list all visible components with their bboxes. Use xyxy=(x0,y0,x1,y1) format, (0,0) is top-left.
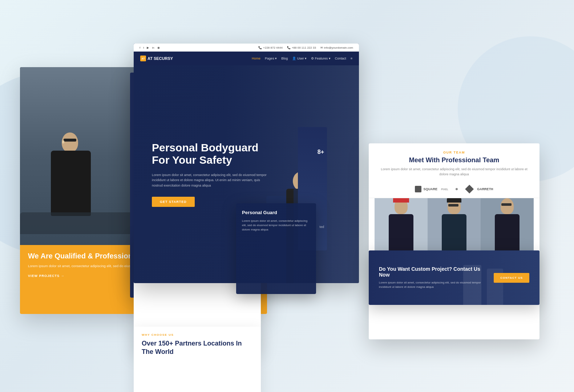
logo-garreth-text: GARRETH xyxy=(477,187,493,191)
male-sunglasses xyxy=(64,139,76,142)
logo-garreth: GARRETH xyxy=(465,185,493,193)
male-earpiece xyxy=(62,140,64,143)
logo-square-pixel-text: SQUARE xyxy=(423,187,437,191)
social-fb: f xyxy=(140,46,140,49)
top-info-bar: f t ▶ in ◉ 📞 +228 872 4444 📞 +88 00 111 … xyxy=(134,44,359,52)
hero-text-content: Personal Bodyguard For Your Safety Lorem… xyxy=(152,142,268,207)
phone-1-number: +228 872 4444 xyxy=(263,46,283,49)
phone2-icon: 📞 xyxy=(287,46,291,49)
contact-cta-desc: Lorem ipsum dolor sit amet, consectetur … xyxy=(379,281,486,289)
partial-number: 8+ xyxy=(318,149,324,155)
social-icons: f t ▶ in ◉ xyxy=(140,46,160,49)
contact-info: 📞 +228 872 4444 📞 +88 00 111 222 33 ✉ in… xyxy=(258,46,353,49)
contact-cta-title: Do You Want Custom Project? Contact Us N… xyxy=(379,266,486,278)
guard-2-cap xyxy=(447,198,461,203)
nav-features[interactable]: ⚙ Features ▾ xyxy=(311,57,331,60)
nav-links: Home Pages ▾ Blog 👤 User ▾ ⚙ Features ▾ … xyxy=(252,57,352,60)
hero-desc: Lorem ipsum dolor sit amet, consectetur … xyxy=(152,172,268,188)
nav-menu[interactable]: ≡ xyxy=(351,57,352,60)
guard-3-sunglasses xyxy=(501,203,512,206)
nav-pages[interactable]: Pages ▾ xyxy=(265,57,277,60)
logo-badge: AT xyxy=(140,56,146,61)
contact-us-button[interactable]: CONTACT US xyxy=(494,273,529,283)
why2-section-label: WHY CHOOSE US xyxy=(142,333,253,336)
social-tw: t xyxy=(143,46,144,49)
hero-title: Personal Bodyguard For Your Safety xyxy=(152,142,268,167)
social-yt: ▶ xyxy=(147,46,149,49)
logo-square-pixel: SQUARE PIXEL xyxy=(415,186,448,192)
garreth-icon xyxy=(465,185,474,193)
guard-1-head xyxy=(395,198,408,214)
team-title: Meet With Professional Team xyxy=(377,156,531,164)
view-projects-link[interactable]: VIEW PROJECTS xyxy=(28,274,65,278)
team-section-label: OUR TEAM xyxy=(377,151,531,154)
contact-text: Do You Want Custom Project? Contact Us N… xyxy=(379,266,486,289)
square-pixel-icon xyxy=(415,186,421,192)
guard-2-sunglasses xyxy=(448,204,458,207)
partner-logos: SQUARE PIXEL GARRETH xyxy=(369,182,539,198)
email-address: info@yourdomain.com xyxy=(324,46,353,49)
guard-2-head xyxy=(448,198,461,214)
email-icon: ✉ xyxy=(320,46,323,49)
logo-pixel-text: PIXEL xyxy=(441,188,448,191)
card-why-choose-2: WHY CHOOSE US Over 150+ Partners Locatio… xyxy=(134,327,261,392)
social-ig: ◉ xyxy=(157,46,160,49)
team-desc: Lorem ipsum dolor sit amet, consectetur … xyxy=(377,167,531,177)
guard-3-head xyxy=(501,198,514,214)
phone-1: 📞 +228 872 4444 xyxy=(258,46,283,49)
phone-2-number: +88 00 111 222 33 xyxy=(292,46,316,49)
phone-icon: 📞 xyxy=(258,46,262,49)
nav-user[interactable]: 👤 User ▾ xyxy=(292,57,307,60)
nav-contact[interactable]: Contact xyxy=(335,57,346,60)
logo-separator xyxy=(456,188,458,190)
logo-text: AT xyxy=(142,57,145,60)
guard-title: Personal Guard xyxy=(242,210,310,215)
nav-home[interactable]: Home xyxy=(252,57,260,60)
navigation-bar: AT AT SECURSY Home Pages ▾ Blog 👤 User ▾… xyxy=(134,52,359,65)
team-header: OUR TEAM Meet With Professional Team Lor… xyxy=(369,143,539,182)
partial-label: ted xyxy=(319,225,324,229)
brand-name: AT SECURSY xyxy=(147,56,173,61)
male-body xyxy=(51,151,91,216)
get-started-button[interactable]: GET STARTED xyxy=(152,197,195,207)
brand-logo: AT AT SECURSY xyxy=(140,56,173,61)
card-team: OUR TEAM Meet With Professional Team Lor… xyxy=(369,143,539,339)
guard-1-cap xyxy=(393,198,409,203)
email-info: ✉ info@yourdomain.com xyxy=(320,46,353,49)
nav-blog[interactable]: Blog xyxy=(281,57,288,60)
cards-wrapper: We Are Qualified & Professional Lorem ip… xyxy=(0,0,574,392)
card-personal-guard: Personal Guard Lorem ipsum dolor sit ame… xyxy=(236,203,316,294)
why2-title: Over 150+ Partners Locations In The Worl… xyxy=(142,339,253,356)
social-li: in xyxy=(152,46,154,49)
guard-desc: Lorem ipsum dolor sit amet, consectetur … xyxy=(242,219,310,232)
phone-2: 📞 +88 00 111 222 33 xyxy=(287,46,316,49)
card-contact-cta: Do You Want Custom Project? Contact Us N… xyxy=(369,250,539,305)
